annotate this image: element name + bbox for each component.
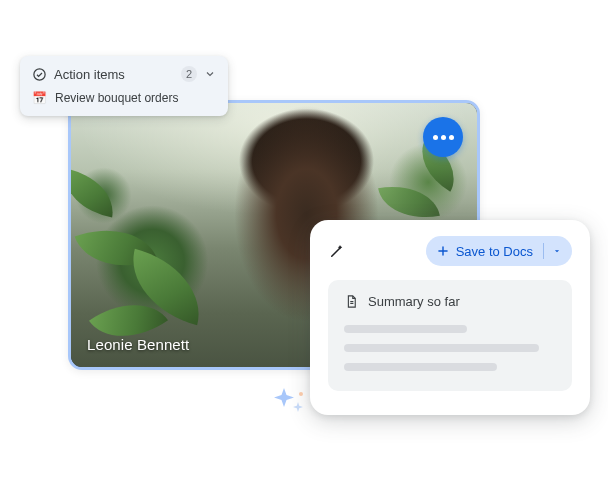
summary-title: Summary so far — [368, 294, 460, 309]
action-item-label: Review bouquet orders — [55, 91, 178, 105]
svg-point-0 — [34, 68, 45, 79]
summary-title-row: Summary so far — [344, 294, 556, 309]
ellipsis-icon — [433, 135, 438, 140]
action-items-card: Action items 2 📅 Review bouquet orders — [20, 56, 228, 116]
sparkle-decoration — [270, 380, 310, 420]
participant-name-label: Leonie Bennett — [87, 336, 189, 353]
action-items-header[interactable]: Action items 2 — [32, 66, 216, 82]
summary-placeholder-line — [344, 363, 497, 371]
action-items-title: Action items — [54, 67, 174, 82]
check-circle-icon — [32, 67, 47, 82]
plus-icon — [436, 244, 450, 258]
document-icon — [344, 294, 359, 309]
caret-down-icon[interactable] — [552, 246, 562, 256]
calendar-icon: 📅 — [32, 92, 47, 104]
svg-point-1 — [299, 392, 303, 396]
save-to-docs-label: Save to Docs — [456, 244, 533, 259]
more-options-button[interactable] — [423, 117, 463, 157]
chevron-down-icon — [204, 68, 216, 80]
save-to-docs-button[interactable]: Save to Docs — [426, 236, 572, 266]
ellipsis-icon — [441, 135, 446, 140]
summary-placeholder-line — [344, 344, 539, 352]
summary-toolbar: Save to Docs — [328, 236, 572, 266]
button-divider — [543, 243, 544, 259]
plant-leaf — [378, 178, 440, 225]
summary-body: Summary so far — [328, 280, 572, 391]
summary-placeholder-line — [344, 325, 467, 333]
action-items-count-badge: 2 — [181, 66, 197, 82]
action-item-row[interactable]: 📅 Review bouquet orders — [32, 91, 216, 105]
ellipsis-icon — [449, 135, 454, 140]
magic-wand-icon — [328, 242, 346, 260]
plant-leaf — [68, 169, 119, 218]
sparkle-icon — [270, 380, 310, 420]
summary-card: Save to Docs Summary so far — [310, 220, 590, 415]
